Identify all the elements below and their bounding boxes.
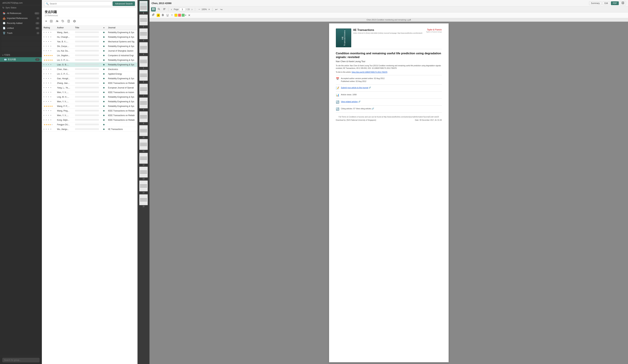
- pdf-view-button[interactable]: PDF: [611, 1, 619, 5]
- table-row[interactable]: • • • •Shi, Zunya;...Reliability Enginee…: [42, 44, 137, 49]
- close-annotation-bar-button[interactable]: ✕: [187, 13, 191, 17]
- add-person-button[interactable]: [55, 19, 59, 24]
- thumbnail-item[interactable]: 5: [139, 56, 148, 69]
- thumbnail-item[interactable]: 4: [139, 42, 148, 55]
- undo-button[interactable]: ↩: [214, 7, 218, 11]
- table-row[interactable]: • • • •Kong, Dejin...IEEE Transactions o…: [42, 118, 137, 122]
- pdf-content-area[interactable]: IIE Transactions IIE Transactions ISSN: …: [150, 22, 628, 364]
- group-search-input[interactable]: [2, 358, 39, 362]
- cell-title: [73, 113, 101, 118]
- thumbnail-item[interactable]: 3: [139, 28, 148, 42]
- tag-button[interactable]: [61, 19, 65, 24]
- sidebar-item-unfiled[interactable]: 📄 Unfiled 81: [0, 26, 42, 31]
- globe-button[interactable]: [72, 19, 77, 24]
- attachment-tool-button[interactable]: [151, 13, 156, 17]
- search-pdf-button[interactable]: [157, 7, 161, 11]
- table-row[interactable]: • • • •Liu, Kai; Da...Journal of Shangha…: [42, 49, 137, 53]
- thumbnail-item[interactable]: 13: [139, 167, 148, 180]
- cell-journal: Reliability Engineering & Sys: [106, 58, 137, 62]
- table-row[interactable]: • • • •Gao, Hongd...Reliability Engineer…: [42, 76, 137, 81]
- table-row[interactable]: ★★★★★Fengjun DU...: [42, 122, 137, 127]
- cell-rating: • • • •: [42, 30, 55, 35]
- table-row[interactable]: • • • •Yang, L.; Ye,...European Journal …: [42, 86, 137, 90]
- table-row[interactable]: • • • •Wen, Y. X.;...Reliability Enginee…: [42, 99, 137, 104]
- col-header-title: Title: [73, 25, 101, 30]
- bold-button[interactable]: B: [161, 13, 165, 17]
- table-row[interactable]: • • • •Chen, Xiao...Electronics: [42, 67, 137, 72]
- table-row[interactable]: • • • •Yan, B. X.;...Mechanical Systems …: [42, 39, 137, 44]
- pdf-header: Chen, 2013 #2090 Summary Edit PDF: [150, 0, 628, 6]
- quote-button[interactable]: ❝: [45, 19, 48, 24]
- color-green[interactable]: [182, 14, 185, 17]
- cell-journal: IEEE Transactions on Reliabi: [106, 109, 137, 113]
- table-row[interactable]: • • • •Hu, Changh...Reliability Engineer…: [42, 35, 137, 39]
- thumbnail-item[interactable]: 14: [139, 181, 148, 194]
- thumbnail-item[interactable]: 1: [139, 1, 148, 14]
- text-tool-button[interactable]: T: [170, 13, 173, 17]
- color-red[interactable]: [178, 14, 181, 17]
- thumbnail-item[interactable]: 15: [139, 194, 148, 207]
- table-row[interactable]: • • • •Ling, M. H.;...Reliability Engine…: [42, 95, 137, 99]
- zoom-controls: − 100% +: [197, 7, 211, 11]
- color-yellow[interactable]: [174, 14, 177, 17]
- underline-button[interactable]: U: [166, 13, 169, 17]
- redo-button[interactable]: ↪: [219, 7, 223, 11]
- thumbnail-page-number: 14: [143, 192, 144, 194]
- table-row[interactable]: • • • •Wang, Ping...IEEE Transactions on…: [42, 109, 137, 113]
- highlight-yellow-button[interactable]: A: [157, 14, 160, 17]
- table-row[interactable]: • • • •Liao, G. B.;...Reliability Engine…: [42, 62, 137, 67]
- thumbnail-item[interactable]: 12: [139, 153, 148, 166]
- thumbnail-item[interactable]: 7: [139, 84, 148, 97]
- thumbnail-item[interactable]: 9: [139, 111, 148, 124]
- attachment-button[interactable]: [67, 19, 71, 24]
- thumbnail-item[interactable]: 2: [139, 14, 148, 28]
- thumbnail-item[interactable]: 6: [139, 70, 148, 83]
- table-row[interactable]: ★★★★★Lin, Jingdon...Computers & Industri…: [42, 53, 137, 58]
- zoom-in-button[interactable]: +: [207, 7, 211, 11]
- zoom-out-button[interactable]: −: [197, 7, 201, 11]
- table-row[interactable]: • • • •Wen, Y. X.;...IEEE Transactions o…: [42, 113, 137, 118]
- thumbnail-item[interactable]: 10: [139, 125, 148, 138]
- annotation-bar: A B U T ▾ ✕: [150, 12, 628, 18]
- sidebar-item-recently-added[interactable]: 🕒 Recently Added 15: [0, 21, 42, 26]
- external-link-icon: 🔗: [369, 87, 371, 89]
- submit-article-link[interactable]: Submit your article to this journal: [341, 87, 368, 89]
- sidebar-group-item-biandian[interactable]: 📧 变点问题 23: [0, 57, 42, 62]
- svg-line-22: [159, 9, 160, 10]
- prev-page-button[interactable]: ‹: [170, 7, 173, 11]
- table-row[interactable]: ★★★★★Lin, C. P.; Li...Reliability Engine…: [42, 58, 137, 62]
- thumbnail-item[interactable]: 8: [139, 98, 148, 111]
- cell-author: Lin, C. P.; Li...: [55, 58, 73, 62]
- summary-button[interactable]: Summary: [589, 1, 602, 5]
- next-page-button[interactable]: ›: [191, 7, 193, 11]
- sidebar-item-imported-references[interactable]: 📥 Imported References 2: [0, 16, 42, 21]
- table-row[interactable]: ★★★★★Wang, P. P.;...Reliability Engineer…: [42, 104, 137, 109]
- blurred-item-2: [1, 41, 40, 46]
- search-input[interactable]: [50, 2, 110, 5]
- add-ref-button[interactable]: [49, 19, 54, 24]
- cell-title: [73, 44, 101, 49]
- doi-link[interactable]: https://doi.org/10.1080/0740817X.2012.70…: [352, 71, 387, 73]
- save-button[interactable]: [620, 1, 626, 5]
- page-label: Page: [174, 8, 178, 11]
- advanced-search-button[interactable]: Advanced Search: [113, 1, 135, 6]
- table-row[interactable]: • • • •Wu, Jiangu...IIE Transactions: [42, 127, 137, 132]
- table-row[interactable]: • • • •Wen, Y. X.;...IEEE Transactions o…: [42, 90, 137, 95]
- color-arrow[interactable]: ▾: [185, 14, 186, 16]
- table-row[interactable]: • • • •Wang, Jiant...Reliability Enginee…: [42, 30, 137, 35]
- table-row[interactable]: • • • •Zhang, Jian...IEEE Transactions o…: [42, 81, 137, 86]
- thumbnail-item[interactable]: 11: [139, 139, 148, 152]
- sidebar-item-trash[interactable]: 🗑️ Trash 4: [0, 31, 42, 36]
- table-row[interactable]: • • • •Lin, C. P.; C...Applied Energy: [42, 72, 137, 76]
- sync-status[interactable]: ↻ Sync Status: [0, 5, 42, 11]
- page-number-input[interactable]: [179, 8, 185, 11]
- edit-button[interactable]: Edit: [603, 1, 610, 5]
- pdf-filename-bar: Chen-2013-Condition monitoring and remai…: [150, 18, 628, 22]
- group-section-toggle[interactable]: ▾ 可靠性: [0, 52, 42, 57]
- outline-button[interactable]: [162, 7, 166, 11]
- sidebar-item-all-references[interactable]: 📚 All References 811: [0, 11, 42, 16]
- blurred-item-1: [1, 36, 40, 41]
- thumbnail-view-button[interactable]: [151, 7, 156, 11]
- chevron-down-icon: ▾: [2, 54, 3, 56]
- view-related-link[interactable]: View related articles: [341, 101, 358, 103]
